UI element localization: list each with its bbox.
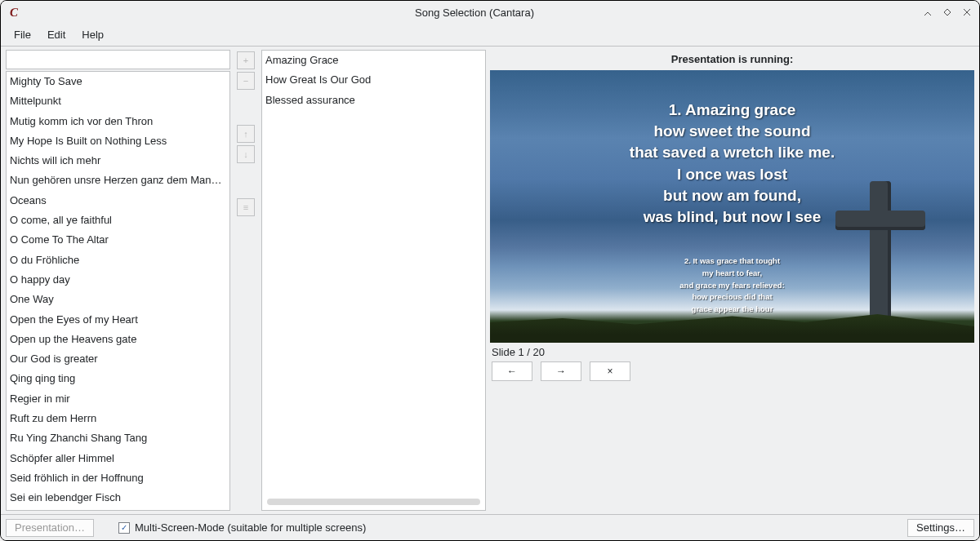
slide-preview: 1. Amazing gracehow sweet the soundthat … (490, 70, 974, 343)
app-icon: C (7, 6, 20, 19)
list-item[interactable]: Open the Eyes of my Heart (7, 310, 229, 330)
minimize-icon[interactable] (922, 7, 933, 18)
list-item[interactable]: Oceans (7, 191, 229, 211)
song-list[interactable]: Mighty To SaveMittelpunktMutig komm ich … (6, 71, 230, 511)
content-area: Mighty To SaveMittelpunktMutig komm ich … (1, 47, 979, 514)
list-item[interactable]: Amazing Grace (262, 51, 485, 70)
list-item[interactable]: O happy day (7, 270, 229, 290)
prev-slide-button[interactable]: ← (492, 361, 532, 381)
list-item[interactable]: Qing qing ting (7, 369, 229, 388)
list-item[interactable]: Blessed assurance (262, 91, 485, 110)
list-item[interactable]: Ru Ying Zhanchi Shang Tang (7, 428, 229, 448)
list-item[interactable]: Mutig komm ich vor den Thron (7, 112, 229, 131)
menu-help[interactable]: Help (74, 25, 112, 44)
bottom-bar: Presentation… ✓ Multi-Screen-Mode (suita… (1, 514, 979, 540)
reorder-button[interactable]: ≡ (237, 198, 255, 216)
list-controls-column: + − ↑ ↓ ≡ (234, 50, 257, 511)
preview-column: Presentation is running: 1. Amazing grac… (490, 50, 974, 511)
add-button[interactable]: + (237, 51, 255, 69)
move-up-button[interactable]: ↑ (237, 125, 255, 143)
selected-list[interactable]: Amazing GraceHow Great Is Our GodBlessed… (261, 50, 486, 511)
app-window: C Song Selection (Cantara) File Edit Hel… (0, 0, 980, 541)
settings-button[interactable]: Settings… (907, 519, 974, 537)
slide-verse-1: 1. Amazing gracehow sweet the soundthat … (630, 100, 835, 228)
slide-counter: Slide 1 / 20 (490, 343, 974, 361)
list-item[interactable]: Mittelpunkt (7, 91, 229, 111)
search-input[interactable] (6, 50, 230, 69)
menu-edit[interactable]: Edit (39, 25, 74, 44)
list-item[interactable]: Nichts will ich mehr (7, 151, 229, 171)
window-title: Song Selection (Cantara) (27, 7, 922, 19)
list-item[interactable]: Nun gehören unsre Herzen ganz dem Mann v… (7, 171, 229, 190)
list-item[interactable]: O come, all ye faithful (7, 211, 229, 230)
maximize-icon[interactable] (942, 7, 953, 18)
list-item[interactable]: Open up the Heavens gate (7, 330, 229, 349)
presentation-button[interactable]: Presentation… (6, 519, 94, 537)
menu-file[interactable]: File (6, 25, 39, 44)
multiscreen-label: Multi-Screen-Mode (suitable for multiple… (135, 521, 366, 534)
list-item[interactable]: One Way (7, 290, 229, 309)
cross-image (835, 181, 925, 320)
close-icon[interactable] (961, 7, 973, 18)
menubar: File Edit Help (1, 24, 979, 47)
titlebar: C Song Selection (Cantara) (1, 1, 979, 24)
list-item[interactable]: Sei ein lebendger Fisch (7, 488, 229, 508)
remove-button[interactable]: − (237, 72, 255, 90)
list-item[interactable]: Seliges Wissen, Jesus ist mein (7, 508, 229, 511)
next-slide-button[interactable]: → (541, 361, 581, 381)
preview-controls: ← → × (490, 361, 974, 384)
list-item[interactable]: Ruft zu dem Herrn (7, 409, 229, 428)
close-presentation-button[interactable]: × (590, 361, 630, 381)
multiscreen-checkbox[interactable]: ✓ (118, 522, 130, 534)
selected-songs-column: Amazing GraceHow Great Is Our GodBlessed… (261, 50, 486, 511)
song-library-column: Mighty To SaveMittelpunktMutig komm ich … (6, 50, 230, 511)
list-item[interactable]: O Come To The Altar (7, 230, 229, 250)
list-item[interactable]: My Hope Is Built on Nothing Less (7, 131, 229, 151)
list-item[interactable]: How Great Is Our God (262, 70, 485, 90)
preview-header: Presentation is running: (490, 50, 974, 70)
multiscreen-checkbox-row[interactable]: ✓ Multi-Screen-Mode (suitable for multip… (118, 521, 366, 534)
move-down-button[interactable]: ↓ (237, 145, 255, 163)
list-item[interactable]: Regier in mir (7, 389, 229, 409)
list-item[interactable]: Mighty To Save (7, 72, 229, 91)
list-item[interactable]: O du Fröhliche (7, 251, 229, 270)
list-item[interactable]: Seid fröhlich in der Hoffnung (7, 468, 229, 488)
list-item[interactable]: Our God is greater (7, 349, 229, 369)
window-controls (922, 7, 973, 18)
list-item[interactable]: Schöpfer aller Himmel (7, 449, 229, 468)
